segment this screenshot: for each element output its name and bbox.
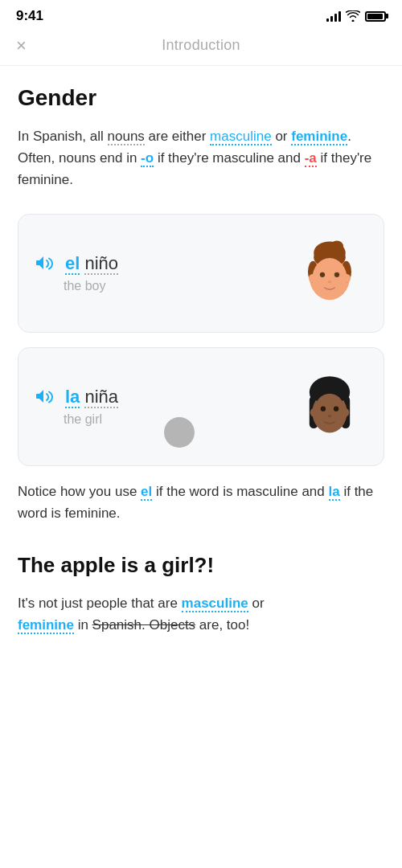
apple-heading: The apple is a girl?! [18,553,384,578]
suffix-a: -a [305,150,317,167]
girl-article: la [65,387,80,408]
svg-point-22 [328,415,332,417]
notice-el: el [141,484,152,501]
intro-text-part2: are either [145,129,210,144]
battery-icon [365,11,386,22]
feminine-link: feminine [291,129,347,145]
notice-la: la [329,484,340,501]
svg-point-21 [334,406,338,411]
notice-part2: if the word is masculine and [152,484,328,499]
boy-face [293,237,366,309]
girl-translation: the girl [64,412,118,427]
boy-word: el niño [65,253,118,274]
girl-card[interactable]: la niña the girl [18,347,384,466]
svg-point-20 [321,406,326,411]
bottom-part3: in [74,617,92,633]
boy-card-left: el niño the boy [36,253,118,293]
bottom-part2: or [248,596,265,611]
notice-part1: Notice how you use [18,484,141,499]
bottom-feminine: feminine [18,617,74,634]
intro-paragraph: In Spanish, all nouns are either masculi… [18,125,384,191]
bottom-paragraph: It's not just people that are masculine … [18,592,384,636]
status-time: 9:41 [16,8,43,24]
intro-text-part1: In Spanish, all [18,129,108,144]
intro-text-part5: if they're masculine and [154,150,305,166]
svg-point-11 [343,273,351,282]
wifi-icon [346,10,360,22]
bottom-masculine: masculine [182,596,248,612]
close-button[interactable]: × [16,35,27,56]
nouns-underline: nouns [108,129,145,145]
girl-noun: niña [84,387,118,408]
speaker-icon-girl[interactable] [36,388,57,406]
boy-card[interactable]: el niño the boy [18,214,384,333]
svg-point-10 [309,273,316,282]
notice-paragraph: Notice how you use el if the word is mas… [18,481,384,524]
girl-card-left: la niña the girl [36,387,118,427]
bottom-part1: It's not just people that are [18,596,182,611]
status-icons [326,10,386,22]
nav-header: × Introduction [0,29,402,66]
svg-point-18 [310,407,318,416]
girl-word: la niña [65,387,118,407]
page-title: Introduction [162,37,240,54]
svg-point-17 [314,393,346,431]
intro-text-part3: or [272,129,292,144]
suffix-o: -o [141,150,154,167]
svg-point-19 [342,407,349,416]
svg-point-6 [312,258,347,298]
girl-word-row: la niña [36,387,118,407]
main-content: Gender In Spanish, all nouns are either … [0,66,402,660]
girl-face [293,371,366,443]
boy-article: el [65,253,80,275]
svg-point-9 [328,280,332,283]
speaker-icon-boy[interactable] [36,255,57,272]
bottom-part4: are, too! [195,617,249,633]
boy-noun: niño [84,253,118,275]
svg-point-7 [320,272,325,276]
svg-point-8 [334,272,339,276]
signal-icon [326,10,341,22]
masculine-link: masculine [210,129,272,145]
bottom-spanish-strikethrough: Spanish. Objects [92,617,196,633]
boy-translation: the boy [64,279,118,293]
status-bar: 9:41 [0,0,402,29]
gray-dot [164,417,195,448]
gender-heading: Gender [18,85,384,111]
boy-word-row: el niño [36,253,118,274]
